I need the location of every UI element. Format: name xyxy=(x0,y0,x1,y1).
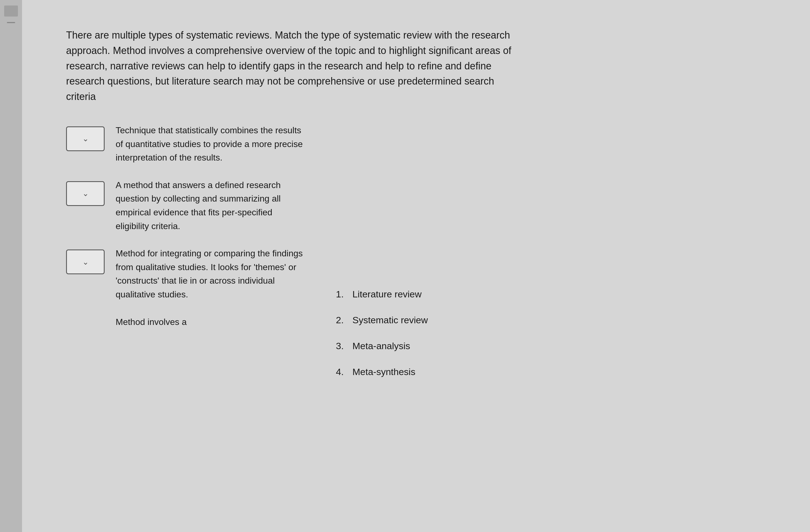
answer-item-4: 4. Meta-synthesis xyxy=(336,367,428,377)
answer-number-3: 3. xyxy=(336,341,347,351)
matching-section: ⌄ Technique that statistically combines … xyxy=(66,124,788,377)
answer-item-1: 1. Literature review xyxy=(336,289,428,300)
dropdown-3[interactable]: ⌄ xyxy=(66,249,104,274)
answer-item-3: 3. Meta-analysis xyxy=(336,341,428,351)
answer-text-1: Literature review xyxy=(352,289,422,300)
answer-text-4: Meta-synthesis xyxy=(352,367,416,377)
match-description-4: Method involves a xyxy=(116,315,187,329)
match-row-3: ⌄ Method for integrating or comparing th… xyxy=(66,247,303,301)
dropdown-2[interactable]: ⌄ xyxy=(66,181,104,206)
match-description-3: Method for integrating or comparing the … xyxy=(116,247,303,301)
dropdown-1[interactable]: ⌄ xyxy=(66,126,104,151)
main-content: There are multiple types of systematic r… xyxy=(33,11,810,394)
sidebar-marker-top xyxy=(4,5,18,17)
match-row-4: Method involves a xyxy=(66,315,303,329)
left-column: ⌄ Technique that statistically combines … xyxy=(66,124,303,329)
match-row-2: ⌄ A method that answers a defined resear… xyxy=(66,178,303,233)
answer-text-2: Systematic review xyxy=(352,315,428,325)
chevron-down-icon: ⌄ xyxy=(82,134,88,143)
answer-number-4: 4. xyxy=(336,367,347,377)
right-column: 1. Literature review 2. Systematic revie… xyxy=(336,124,428,377)
answer-item-2: 2. Systematic review xyxy=(336,315,428,325)
match-description-1: Technique that statistically combines th… xyxy=(116,124,303,165)
match-row-1: ⌄ Technique that statistically combines … xyxy=(66,124,303,165)
page-container: There are multiple types of systematic r… xyxy=(0,0,810,532)
chevron-down-icon-2: ⌄ xyxy=(82,189,88,198)
left-sidebar xyxy=(0,0,22,532)
answer-number-1: 1. xyxy=(336,289,347,300)
answer-text-3: Meta-analysis xyxy=(352,341,410,351)
chevron-down-icon-3: ⌄ xyxy=(82,257,88,267)
answer-number-2: 2. xyxy=(336,315,347,325)
match-description-2: A method that answers a defined research… xyxy=(116,178,303,233)
sidebar-dash xyxy=(7,22,15,23)
intro-paragraph: There are multiple types of systematic r… xyxy=(66,28,520,104)
